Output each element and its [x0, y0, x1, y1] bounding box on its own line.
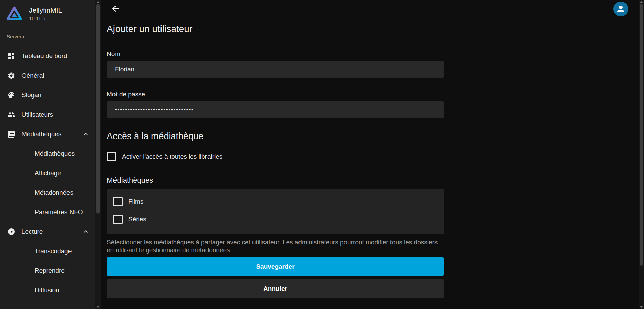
main-scrollbar[interactable] — [639, 0, 644, 309]
password-label: Mot de passe — [107, 91, 444, 98]
sidebar-item-lecture-group[interactable]: Lecture — [0, 222, 95, 241]
name-input[interactable] — [107, 61, 444, 78]
sidebar-section-label: Serveur — [0, 34, 95, 39]
jellyfin-logo-icon — [6, 5, 23, 22]
scroll-down-arrow-icon[interactable] — [96, 306, 100, 308]
library-row-films: Films — [113, 197, 444, 206]
library-add-icon — [7, 130, 15, 138]
sidebar-item-label: Tableau de bord — [21, 52, 67, 60]
library-row-series: Séries — [113, 215, 444, 224]
libraries-panel: Films Séries — [107, 189, 444, 234]
sidebar-item-label: Diffusion — [35, 286, 59, 294]
sidebar-scrollbar[interactable] — [95, 0, 101, 309]
user-avatar-button[interactable] — [613, 2, 628, 16]
main-content: Ajouter un utilisateur Nom Mot de passe … — [101, 0, 639, 309]
sidebar-item-label: Médiathèques — [21, 130, 61, 138]
person-icon — [616, 4, 626, 14]
sidebar-item-label: Paramètres NFO — [35, 208, 83, 216]
series-label: Séries — [128, 216, 146, 223]
save-button[interactable]: Sauvegarder — [107, 257, 444, 276]
sidebar-item-label: Général — [21, 72, 44, 79]
sidebar-item-label: Métadonnées — [35, 189, 73, 196]
enable-all-libraries-checkbox[interactable] — [107, 152, 116, 161]
main-scrollbar-thumb[interactable] — [640, 4, 643, 266]
sidebar-item-label: Affichage — [35, 169, 61, 177]
sidebar-item-label: Utilisateurs — [21, 111, 53, 118]
sidebar-item-label: Reprendre — [35, 267, 65, 274]
sidebar-scrollbar-thumb[interactable] — [96, 4, 100, 214]
dashboard-icon — [7, 52, 15, 60]
sidebar-item-label: Slogan — [21, 91, 41, 99]
app-title: JellyfinMIL — [29, 6, 62, 15]
cancel-button[interactable]: Annuler — [107, 279, 444, 298]
enable-all-libraries-row: Activer l'accès à toutes les librairies — [107, 152, 444, 161]
gear-icon — [7, 72, 15, 80]
sidebar-item-diffusion[interactable]: Diffusion — [0, 280, 95, 300]
chevron-up-icon — [82, 228, 90, 236]
app-header[interactable]: JellyfinMIL 10.11.5 — [0, 0, 95, 22]
page-title: Ajouter un utilisateur — [107, 22, 444, 36]
sidebar-item-utilisateurs[interactable]: Utilisateurs — [0, 105, 95, 124]
scroll-down-arrow-icon[interactable] — [640, 306, 643, 308]
sidebar-item-general[interactable]: Général — [0, 66, 95, 85]
sidebar-item-transcodage[interactable]: Transcodage — [0, 241, 95, 261]
scroll-up-arrow-icon[interactable] — [640, 1, 643, 3]
sidebar-item-mediatheques-group[interactable]: Médiathèques — [0, 124, 95, 144]
sidebar-item-reprendre[interactable]: Reprendre — [0, 261, 95, 280]
add-user-form: Ajouter un utilisateur Nom Mot de passe … — [107, 0, 444, 298]
users-icon — [7, 111, 15, 119]
libraries-helper-text: Sélectionner les médiathèques à partager… — [107, 238, 444, 254]
sidebar: JellyfinMIL 10.11.5 Serveur Tableau de b… — [0, 0, 95, 309]
sidebar-nav: Tableau de bord Général Slogan Utilisate… — [0, 46, 95, 300]
name-label: Nom — [107, 50, 444, 58]
library-access-heading: Accès à la médiathèque — [107, 130, 444, 142]
sidebar-item-label: Transcodage — [35, 247, 72, 255]
scroll-up-arrow-icon[interactable] — [96, 1, 100, 3]
libraries-heading: Médiathèques — [107, 176, 444, 185]
password-input[interactable] — [107, 101, 444, 118]
play-circle-icon — [7, 228, 15, 236]
sidebar-item-label: Médiathèques — [35, 150, 75, 157]
films-label: Films — [128, 198, 143, 205]
series-checkbox[interactable] — [113, 215, 123, 224]
palette-icon — [7, 91, 15, 99]
app-version: 10.11.5 — [29, 15, 62, 21]
sidebar-item-tableau-de-bord[interactable]: Tableau de bord — [0, 46, 95, 66]
enable-all-libraries-label: Activer l'accès à toutes les librairies — [122, 153, 222, 160]
films-checkbox[interactable] — [113, 197, 123, 206]
chevron-up-icon — [82, 130, 90, 138]
sidebar-item-affichage[interactable]: Affichage — [0, 163, 95, 183]
sidebar-item-label: Lecture — [21, 228, 43, 235]
sidebar-item-mediatheques[interactable]: Médiathèques — [0, 144, 95, 163]
sidebar-item-slogan[interactable]: Slogan — [0, 85, 95, 105]
sidebar-item-parametres-nfo[interactable]: Paramètres NFO — [0, 202, 95, 222]
sidebar-item-metadonnees[interactable]: Métadonnées — [0, 183, 95, 202]
